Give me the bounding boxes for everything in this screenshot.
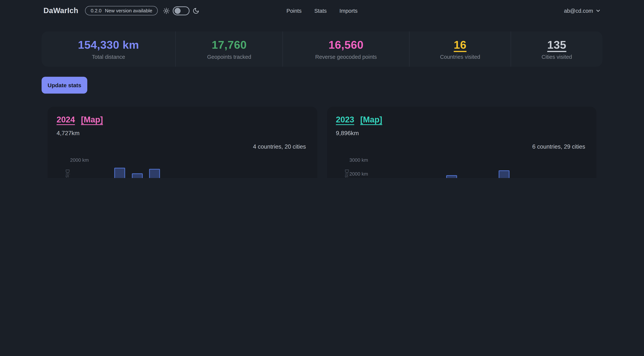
- stat-label: Reverse geocoded points: [315, 54, 377, 60]
- distance-bar-chart: 0 km1000 km2000 kmJanuaryFebruaryMarchAp…: [56, 152, 308, 178]
- countries-cities-summary: 4 countries, 20 cities: [56, 143, 306, 150]
- bar-April: [149, 169, 160, 178]
- y-axis-title: Distance: [64, 169, 71, 178]
- version-number: 0.2.0: [91, 8, 102, 13]
- nav-points[interactable]: Points: [286, 8, 302, 14]
- y-tick-label: 2000 km: [336, 171, 368, 177]
- y-tick-label: 2000 km: [56, 157, 89, 163]
- stat-value: 154,330 km: [78, 38, 139, 51]
- bar-February: [114, 168, 125, 178]
- plot-area: [93, 160, 304, 178]
- map-link[interactable]: [Map]: [81, 115, 103, 124]
- stat-value: 16,560: [328, 38, 364, 51]
- plot-area: [372, 160, 583, 178]
- app-logo[interactable]: DaWarIch: [44, 6, 78, 15]
- version-badge-label: New version available: [105, 8, 152, 13]
- update-stats-button[interactable]: Update stats: [42, 77, 87, 94]
- stat-cell: 16,560 Reverse geocoded points: [283, 31, 409, 67]
- stat-value-link[interactable]: 135: [547, 38, 566, 51]
- stat-label: Total distance: [92, 54, 125, 60]
- stat-label: Cities visited: [542, 54, 572, 60]
- stat-value-link[interactable]: 16: [454, 38, 466, 51]
- user-email: ab@cd.com: [564, 8, 593, 14]
- stats-summary-row: 154,330 km Total distance 17,760 Geopoin…: [42, 31, 602, 67]
- year-card-title: 2023 [Map]: [336, 114, 588, 125]
- year-card: 2023 [Map] 9,896km 6 countries, 29 citie…: [327, 107, 596, 178]
- y-tick-label: 3000 km: [336, 157, 368, 163]
- theme-switcher: [163, 6, 200, 15]
- cards-grid: 2024 [Map] 4,727km 4 countries, 20 citie…: [42, 107, 602, 178]
- nav-stats[interactable]: Stats: [314, 8, 327, 14]
- year-link[interactable]: 2024: [56, 115, 75, 124]
- stat-cell: 154,330 km Total distance: [42, 31, 175, 67]
- stat-cell: 17,760 Geopoints tracked: [175, 31, 282, 67]
- countries-cities-summary: 6 countries, 29 cities: [336, 143, 585, 150]
- year-card: 2024 [Map] 4,727km 4 countries, 20 citie…: [48, 107, 317, 178]
- stat-value: 17,760: [212, 38, 247, 51]
- chevron-down-icon: [596, 8, 600, 13]
- version-badge[interactable]: 0.2.0 New version available: [85, 6, 158, 15]
- toggle-knob: [175, 8, 181, 14]
- header: DaWarIch 0.2.0 New version available Poi…: [0, 0, 644, 21]
- year-distance: 9,896km: [336, 129, 588, 137]
- y-axis-title: Distance: [344, 169, 350, 178]
- year-card-title: 2024 [Map]: [56, 114, 308, 125]
- theme-toggle[interactable]: [173, 6, 190, 15]
- main-nav: Points Stats Imports: [286, 8, 358, 14]
- stat-cell: 135 Cities visited: [511, 31, 602, 67]
- year-link[interactable]: 2023: [336, 115, 354, 124]
- stat-label: Geopoints tracked: [207, 54, 251, 60]
- bar-March: [132, 173, 142, 178]
- stat-label: Countries visited: [440, 54, 480, 60]
- bar-May: [446, 175, 457, 178]
- user-menu[interactable]: ab@cd.com: [564, 8, 600, 14]
- stat-cell: 16 Countries visited: [409, 31, 511, 67]
- year-distance: 4,727km: [56, 129, 308, 137]
- distance-bar-chart: 0 km1000 km2000 km3000 kmJanuaryFebruary…: [336, 152, 588, 178]
- map-link[interactable]: [Map]: [360, 115, 382, 124]
- sun-icon: [163, 7, 170, 14]
- moon-icon: [193, 7, 200, 14]
- dashboard-page: DaWarIch 0.2.0 New version available Poi…: [0, 0, 644, 178]
- bar-August: [499, 170, 510, 178]
- nav-imports[interactable]: Imports: [340, 8, 358, 14]
